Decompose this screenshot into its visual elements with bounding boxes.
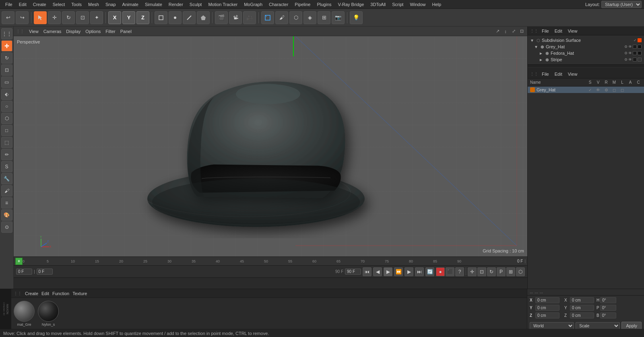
coord-zr-input[interactable] — [570, 312, 594, 318]
vp-icon-1[interactable]: ↗ — [494, 28, 501, 35]
menu-3dtoall[interactable]: 3DToAll — [367, 1, 388, 8]
menu-plugins[interactable]: Plugins — [314, 1, 334, 8]
tool-scale[interactable]: ⊡ — [1, 64, 12, 76]
tool-select-circle[interactable]: ○ — [1, 101, 12, 112]
vp-menu-cameras[interactable]: Cameras — [43, 29, 62, 34]
menu-script[interactable]: Script — [389, 1, 406, 8]
rotate-tool-button[interactable]: ↻ — [62, 11, 75, 24]
paint-button[interactable]: 🖌 — [275, 11, 288, 24]
menu-mesh[interactable]: Mesh — [85, 1, 102, 8]
menu-mograph[interactable]: MoGraph — [241, 1, 265, 8]
next-frame-button[interactable]: ▶ — [405, 267, 413, 276]
tree-item-greyhat[interactable]: ▼ ⬢ Grey_Hat ⚙ 👁 — [528, 43, 644, 50]
vp-icon-2[interactable]: ↕ — [502, 28, 509, 35]
object-mode-button[interactable] — [155, 11, 167, 24]
mat-menu-function[interactable]: Function — [52, 291, 69, 296]
menu-pipeline[interactable]: Pipeline — [292, 1, 313, 8]
tool-select-rect[interactable]: ▭ — [1, 76, 12, 88]
vp-menu-display[interactable]: Display — [66, 29, 80, 34]
tool-dots[interactable]: ⋮⋮ — [1, 28, 12, 39]
play-reverse-button[interactable]: ⏩ — [394, 267, 403, 276]
mat-menu-create[interactable]: Create — [25, 291, 38, 296]
grid-button[interactable]: ⊞ — [318, 11, 330, 24]
attr-menu-view[interactable]: View — [566, 71, 580, 77]
play-button[interactable]: ▶ — [384, 267, 392, 276]
tool-brush[interactable]: 🖌 — [1, 185, 12, 196]
tool-polygon[interactable]: ⬡ — [1, 113, 12, 124]
tool-rotate[interactable]: ↻ — [1, 52, 12, 64]
tool-select-lasso[interactable]: ⬖ — [1, 89, 12, 100]
tool-spline[interactable]: S — [1, 161, 12, 172]
menu-tools[interactable]: Tools — [68, 1, 85, 8]
coord-yr-input[interactable] — [570, 305, 594, 311]
edge-mode-button[interactable] — [183, 11, 196, 24]
tl-icon-4[interactable]: P — [497, 267, 506, 276]
tool-layers[interactable]: ≡ — [1, 197, 12, 209]
vp-menu-filter[interactable]: Filter — [105, 29, 115, 34]
attr-row-greyhat[interactable]: Grey_Hat ✓ 👁 ⚙ ◻ ◻ — [528, 87, 644, 93]
menu-file[interactable]: File — [2, 1, 15, 8]
rp-menu-file[interactable]: File — [540, 28, 551, 34]
morph-button[interactable]: ◈ — [303, 11, 316, 24]
filmstrip-button-1[interactable]: 🎬 — [215, 11, 228, 24]
scale-tool-button[interactable]: ⊡ — [76, 11, 89, 24]
tool-pen[interactable]: ✏ — [1, 149, 12, 160]
vp-icon-3[interactable]: ⤢ — [510, 28, 517, 35]
stop-button[interactable]: ⬛ — [446, 267, 454, 276]
move-tool-button[interactable]: ✛ — [48, 11, 61, 24]
menu-character[interactable]: Character — [266, 1, 291, 8]
axis-z-button[interactable]: Z — [136, 11, 149, 24]
record-button[interactable]: ● — [436, 267, 445, 276]
coord-world-dropdown[interactable]: World Local — [530, 322, 574, 330]
menu-select[interactable]: Select — [50, 1, 68, 8]
attr-menu-edit[interactable]: Edit — [553, 71, 564, 77]
tl-icon-6[interactable]: ⬡ — [516, 267, 525, 276]
undo-button[interactable]: ↩ — [2, 11, 14, 24]
mat-menu-texture[interactable]: Texture — [72, 291, 87, 296]
axis-y-button[interactable]: Y — [122, 11, 135, 24]
menu-animate[interactable]: Animate — [120, 1, 141, 8]
select-tool-button[interactable] — [34, 11, 47, 24]
coord-y-input[interactable] — [535, 305, 559, 311]
menu-edit[interactable]: Edit — [16, 1, 29, 8]
menu-render[interactable]: Render — [166, 1, 186, 8]
menu-sculpt[interactable]: Sculpt — [187, 1, 205, 8]
current-frame-input[interactable] — [37, 269, 53, 275]
coord-x-input[interactable] — [535, 297, 559, 303]
transform-button[interactable]: ✦ — [90, 11, 103, 24]
tool-texture-paint[interactable]: 🎨 — [1, 209, 12, 221]
viewport-3d[interactable]: Perspective — [14, 36, 527, 256]
vp-menu-options[interactable]: Options — [85, 29, 101, 34]
texture-button[interactable]: ⬡ — [289, 11, 302, 24]
tl-icon-1[interactable]: ✛ — [468, 267, 477, 276]
coord-p-input[interactable] — [600, 305, 616, 311]
tl-icon-3[interactable]: ↻ — [487, 267, 496, 276]
vp-icon-4[interactable]: ⊡ — [518, 28, 525, 35]
tl-icon-5[interactable]: ⊞ — [506, 267, 515, 276]
tl-icon-2[interactable]: ⊡ — [477, 267, 486, 276]
apply-button[interactable]: Apply — [621, 322, 642, 330]
frame-start-input[interactable] — [16, 269, 32, 275]
menu-motion-tracker[interactable]: Motion Tracker — [205, 1, 240, 8]
coord-xr-input[interactable] — [570, 297, 594, 303]
menu-window[interactable]: Window — [407, 1, 428, 8]
coord-z-input[interactable] — [535, 312, 559, 318]
point-mode-button[interactable] — [169, 11, 182, 24]
menu-snap[interactable]: Snap — [103, 1, 119, 8]
coord-h-input[interactable] — [600, 297, 616, 303]
menu-create[interactable]: Create — [30, 1, 49, 8]
tree-item-stripe[interactable]: ► ⬢ Stripe ⚙ 👁 — [528, 56, 644, 63]
question-button[interactable]: ? — [455, 267, 464, 276]
tool-magnet[interactable]: 🔧 — [1, 173, 12, 184]
material-swatch-black[interactable]: Nylon_s — [38, 301, 59, 327]
mat-menu-edit[interactable]: Edit — [41, 291, 49, 296]
tool-box[interactable]: □ — [1, 125, 12, 136]
frame-end-input[interactable] — [345, 269, 361, 275]
redo-button[interactable]: ↪ — [16, 11, 29, 24]
view-cube-button[interactable] — [261, 11, 274, 24]
vp-menu-panel[interactable]: Panel — [120, 29, 132, 34]
coord-b-input[interactable] — [600, 312, 616, 318]
material-swatch-grey[interactable]: mat_Gre — [14, 301, 35, 327]
attr-menu-file[interactable]: File — [540, 71, 551, 77]
tool-move[interactable] — [1, 40, 12, 52]
